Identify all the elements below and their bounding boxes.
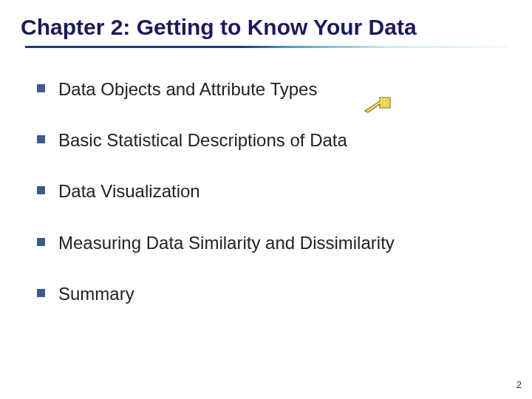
arrow-pointer-icon xyxy=(364,95,393,117)
item-label: Data Objects and Attribute Types xyxy=(58,78,317,100)
square-bullet-icon xyxy=(37,238,45,246)
square-bullet-icon xyxy=(37,84,45,92)
list-item: Data Visualization xyxy=(37,180,495,202)
square-bullet-icon xyxy=(37,135,45,143)
list-item: Basic Statistical Descriptions of Data xyxy=(37,129,495,151)
list-item: Data Objects and Attribute Types xyxy=(37,78,495,100)
item-label: Basic Statistical Descriptions of Data xyxy=(58,129,347,151)
list-item: Measuring Data Similarity and Dissimilar… xyxy=(37,231,495,254)
item-label: Measuring Data Similarity and Dissimilar… xyxy=(58,231,395,254)
page-number: 2 xyxy=(516,379,522,390)
item-label: Data Visualization xyxy=(58,180,200,202)
square-bullet-icon xyxy=(37,186,45,194)
list-item: Summary xyxy=(37,282,495,305)
svg-marker-0 xyxy=(365,98,390,112)
slide-title: Chapter 2: Getting to Know Your Data xyxy=(0,0,532,46)
square-bullet-icon xyxy=(37,289,45,297)
item-label: Summary xyxy=(58,282,134,305)
content-list: Data Objects and Attribute Types Basic S… xyxy=(0,48,532,305)
